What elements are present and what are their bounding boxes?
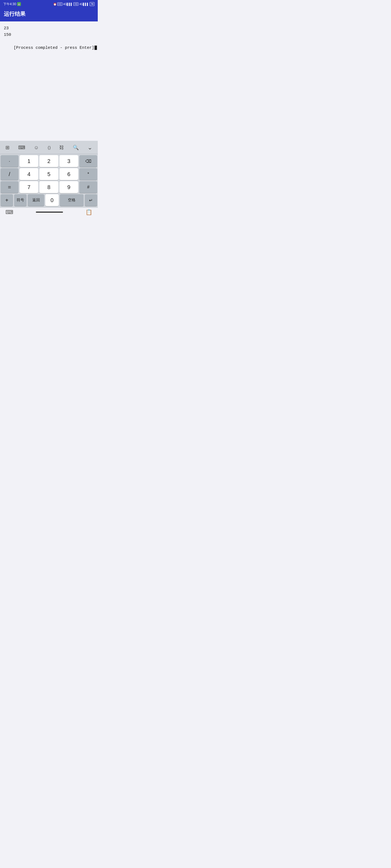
- hd-badge-1: HD: [57, 2, 62, 6]
- key-backspace[interactable]: ⌫: [79, 155, 97, 167]
- terminal-line-1: 23: [4, 25, 94, 32]
- key-6[interactable]: 6: [59, 168, 79, 180]
- home-bar[interactable]: [36, 212, 63, 213]
- key-row-4: + 符号 返回 0 空格 ↵: [1, 194, 97, 206]
- alarm-icon: ⏰: [53, 3, 56, 6]
- key-9[interactable]: 9: [59, 181, 79, 193]
- toolbar-chevron-btn[interactable]: ⌄: [85, 143, 94, 152]
- key-3[interactable]: 3: [59, 155, 79, 167]
- key-8[interactable]: 8: [39, 181, 58, 193]
- key-enter[interactable]: ↵: [85, 194, 97, 206]
- key-1[interactable]: 1: [20, 155, 38, 167]
- key-hash[interactable]: #: [79, 181, 97, 193]
- key-4[interactable]: 4: [20, 168, 38, 180]
- system-nav-bottom: ⌨ 📋: [0, 208, 98, 217]
- key-0[interactable]: 0: [45, 194, 59, 206]
- key-2[interactable]: 2: [39, 155, 58, 167]
- status-bar: 下午4:30 🤖 ⏰ HD 4G▌▌▌ HD 4G▌▌▌ 79: [0, 0, 98, 8]
- toolbar-search-btn[interactable]: 🔍: [71, 144, 81, 152]
- key-row-3: = 7 8 9 #: [1, 181, 97, 193]
- signal-2: 4G▌▌▌: [79, 3, 89, 6]
- toolbar-keyboard-btn[interactable]: ⌨: [16, 144, 27, 152]
- terminal-line-2: 150: [4, 32, 94, 38]
- terminal-output: 23 150 [Process completed - press Enter]: [0, 22, 98, 76]
- clipboard-icon[interactable]: 📋: [86, 209, 92, 215]
- toolbar-emoji-btn[interactable]: ☺: [31, 144, 41, 152]
- hd-badge-2: HD: [73, 2, 79, 6]
- terminal-cursor: [94, 45, 97, 50]
- status-right: ⏰ HD 4G▌▌▌ HD 4G▌▌▌ 79: [53, 2, 94, 6]
- terminal-process-text: [Process completed - press Enter]: [13, 45, 94, 50]
- battery-indicator: 79: [90, 2, 94, 6]
- keyboard-rows: · 1 2 3 ⌫ / 4 5 6 * = 7 8 9 # + 符号: [0, 154, 98, 208]
- app-notification-icon: 🤖: [17, 2, 21, 6]
- key-equals[interactable]: =: [1, 181, 19, 193]
- keyboard-switch-icon[interactable]: ⌨: [5, 209, 13, 215]
- key-5[interactable]: 5: [39, 168, 58, 180]
- toolbar-grid-btn[interactable]: ⊞: [3, 144, 12, 152]
- key-space[interactable]: 空格: [60, 194, 84, 206]
- key-row-1: · 1 2 3 ⌫: [1, 155, 97, 167]
- key-multiply[interactable]: *: [79, 168, 97, 180]
- keyboard-area: ⊞ ⌨ ☺ ⟨⟩ ⛓ 🔍 ⌄ · 1 2 3 ⌫ / 4 5 6 *: [0, 141, 98, 217]
- status-left: 下午4:30 🤖: [3, 2, 21, 6]
- keyboard-toolbar: ⊞ ⌨ ☺ ⟨⟩ ⛓ 🔍 ⌄: [0, 141, 98, 154]
- key-plus[interactable]: +: [1, 194, 13, 206]
- key-slash[interactable]: /: [1, 168, 19, 180]
- signal-1: 4G▌▌▌: [63, 3, 73, 6]
- terminal-line-3: [Process completed - press Enter]: [4, 38, 94, 58]
- key-7[interactable]: 7: [20, 181, 38, 193]
- app-title: 运行结果: [4, 11, 26, 17]
- key-symbol[interactable]: 符号: [14, 194, 27, 206]
- key-back[interactable]: 返回: [28, 194, 44, 206]
- key-dot[interactable]: ·: [1, 155, 19, 167]
- key-row-2: / 4 5 6 *: [1, 168, 97, 180]
- toolbar-code-btn[interactable]: ⟨⟩: [45, 144, 53, 151]
- toolbar-link-btn[interactable]: ⛓: [57, 144, 66, 152]
- status-time: 下午4:30: [3, 2, 16, 6]
- app-bar: 运行结果: [0, 8, 98, 22]
